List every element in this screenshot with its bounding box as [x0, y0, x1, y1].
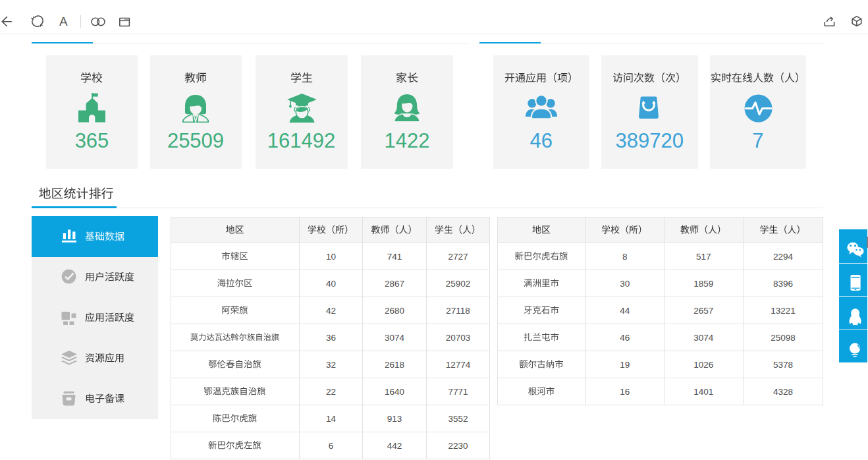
svg-text:A: A [59, 14, 68, 28]
